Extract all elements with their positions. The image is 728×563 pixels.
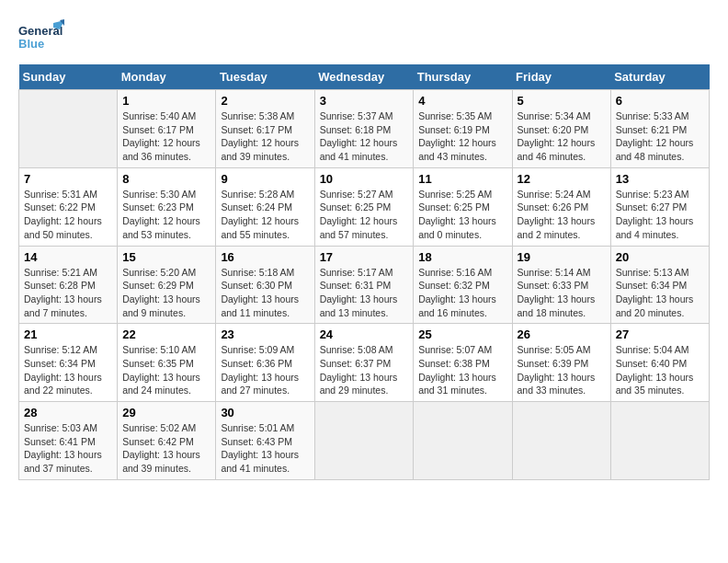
weekday-header: Sunday	[19, 64, 118, 90]
day-info: Sunrise: 5:28 AMSunset: 6:24 PMDaylight:…	[221, 188, 309, 242]
day-number: 30	[221, 406, 309, 419]
calendar-cell: 19Sunrise: 5:14 AMSunset: 6:33 PMDayligh…	[512, 246, 610, 324]
day-number: 7	[24, 172, 112, 186]
calendar-cell: 15Sunrise: 5:20 AMSunset: 6:29 PMDayligh…	[118, 246, 216, 324]
calendar-cell: 13Sunrise: 5:23 AMSunset: 6:27 PMDayligh…	[610, 167, 709, 246]
day-number: 6	[616, 94, 704, 108]
day-info: Sunrise: 5:01 AMSunset: 6:43 PMDaylight:…	[221, 421, 309, 476]
logo: General Blue	[18, 18, 64, 55]
calendar-cell: 18Sunrise: 5:16 AMSunset: 6:32 PMDayligh…	[414, 246, 512, 324]
day-number: 16	[221, 250, 309, 264]
weekday-header: Saturday	[610, 64, 709, 90]
calendar-cell: 14Sunrise: 5:21 AMSunset: 6:28 PMDayligh…	[19, 246, 118, 324]
day-number: 29	[122, 406, 210, 419]
weekday-header: Thursday	[414, 64, 512, 90]
day-info: Sunrise: 5:30 AMSunset: 6:23 PMDaylight:…	[122, 188, 210, 242]
calendar-week-row: 21Sunrise: 5:12 AMSunset: 6:34 PMDayligh…	[19, 324, 710, 402]
day-info: Sunrise: 5:13 AMSunset: 6:34 PMDaylight:…	[616, 266, 704, 320]
day-info: Sunrise: 5:08 AMSunset: 6:37 PMDaylight:…	[320, 343, 409, 397]
day-info: Sunrise: 5:04 AMSunset: 6:40 PMDaylight:…	[616, 343, 704, 397]
day-number: 5	[518, 94, 606, 108]
day-info: Sunrise: 5:17 AMSunset: 6:31 PMDaylight:…	[320, 266, 409, 320]
day-number: 26	[518, 327, 606, 341]
weekday-header: Tuesday	[216, 64, 314, 90]
weekday-header: Friday	[512, 64, 610, 90]
calendar-cell: 3Sunrise: 5:37 AMSunset: 6:18 PMDaylight…	[314, 90, 414, 168]
calendar-cell: 8Sunrise: 5:30 AMSunset: 6:23 PMDaylight…	[118, 167, 216, 246]
calendar-week-row: 28Sunrise: 5:03 AMSunset: 6:41 PMDayligh…	[19, 402, 710, 480]
day-info: Sunrise: 5:33 AMSunset: 6:21 PMDaylight:…	[616, 109, 704, 164]
calendar-cell	[512, 402, 610, 480]
calendar-cell: 30Sunrise: 5:01 AMSunset: 6:43 PMDayligh…	[216, 402, 314, 480]
day-number: 3	[320, 94, 409, 108]
calendar-cell: 22Sunrise: 5:10 AMSunset: 6:35 PMDayligh…	[118, 324, 216, 402]
day-number: 19	[518, 250, 606, 264]
day-number: 18	[418, 250, 506, 264]
calendar-cell: 9Sunrise: 5:28 AMSunset: 6:24 PMDaylight…	[216, 167, 314, 246]
day-info: Sunrise: 5:07 AMSunset: 6:38 PMDaylight:…	[418, 343, 506, 397]
page-header: General Blue	[18, 18, 710, 55]
day-number: 9	[221, 172, 309, 186]
day-number: 17	[320, 250, 409, 264]
day-info: Sunrise: 5:12 AMSunset: 6:34 PMDaylight:…	[24, 343, 112, 397]
day-info: Sunrise: 5:38 AMSunset: 6:17 PMDaylight:…	[221, 109, 309, 164]
day-info: Sunrise: 5:03 AMSunset: 6:41 PMDaylight:…	[24, 421, 112, 476]
day-number: 2	[221, 94, 309, 108]
calendar-cell: 1Sunrise: 5:40 AMSunset: 6:17 PMDaylight…	[118, 90, 216, 168]
calendar-cell: 17Sunrise: 5:17 AMSunset: 6:31 PMDayligh…	[314, 246, 414, 324]
day-number: 20	[616, 250, 704, 264]
calendar-cell: 27Sunrise: 5:04 AMSunset: 6:40 PMDayligh…	[610, 324, 709, 402]
calendar-cell: 16Sunrise: 5:18 AMSunset: 6:30 PMDayligh…	[216, 246, 314, 324]
calendar-cell	[314, 402, 414, 480]
day-number: 1	[122, 94, 210, 108]
calendar-cell: 4Sunrise: 5:35 AMSunset: 6:19 PMDaylight…	[414, 90, 512, 168]
calendar-cell: 28Sunrise: 5:03 AMSunset: 6:41 PMDayligh…	[19, 402, 118, 480]
calendar-cell: 12Sunrise: 5:24 AMSunset: 6:26 PMDayligh…	[512, 167, 610, 246]
svg-text:Blue: Blue	[18, 37, 44, 51]
weekday-header-row: SundayMondayTuesdayWednesdayThursdayFrid…	[19, 64, 710, 90]
calendar-cell: 5Sunrise: 5:34 AMSunset: 6:20 PMDaylight…	[512, 90, 610, 168]
calendar-cell: 21Sunrise: 5:12 AMSunset: 6:34 PMDayligh…	[19, 324, 118, 402]
day-number: 12	[518, 172, 606, 186]
day-number: 11	[418, 172, 506, 186]
calendar-cell: 25Sunrise: 5:07 AMSunset: 6:38 PMDayligh…	[414, 324, 512, 402]
calendar-week-row: 1Sunrise: 5:40 AMSunset: 6:17 PMDaylight…	[19, 90, 710, 168]
day-info: Sunrise: 5:20 AMSunset: 6:29 PMDaylight:…	[122, 266, 210, 320]
day-number: 4	[418, 94, 506, 108]
day-info: Sunrise: 5:05 AMSunset: 6:39 PMDaylight:…	[518, 343, 606, 397]
day-number: 25	[418, 327, 506, 341]
calendar-cell: 2Sunrise: 5:38 AMSunset: 6:17 PMDaylight…	[216, 90, 314, 168]
day-info: Sunrise: 5:14 AMSunset: 6:33 PMDaylight:…	[518, 266, 606, 320]
calendar-week-row: 7Sunrise: 5:31 AMSunset: 6:22 PMDaylight…	[19, 167, 710, 246]
day-info: Sunrise: 5:37 AMSunset: 6:18 PMDaylight:…	[320, 109, 409, 164]
weekday-header: Monday	[118, 64, 216, 90]
day-number: 28	[24, 406, 112, 419]
calendar-cell: 29Sunrise: 5:02 AMSunset: 6:42 PMDayligh…	[118, 402, 216, 480]
day-number: 27	[616, 327, 704, 341]
weekday-header: Wednesday	[314, 64, 414, 90]
day-info: Sunrise: 5:16 AMSunset: 6:32 PMDaylight:…	[418, 266, 506, 320]
calendar-cell	[414, 402, 512, 480]
calendar-cell	[610, 402, 709, 480]
day-number: 24	[320, 327, 409, 341]
day-info: Sunrise: 5:10 AMSunset: 6:35 PMDaylight:…	[122, 343, 210, 397]
day-number: 10	[320, 172, 409, 186]
day-number: 22	[122, 327, 210, 341]
day-number: 23	[221, 327, 309, 341]
day-number: 15	[122, 250, 210, 264]
calendar-table: SundayMondayTuesdayWednesdayThursdayFrid…	[18, 64, 710, 480]
calendar-week-row: 14Sunrise: 5:21 AMSunset: 6:28 PMDayligh…	[19, 246, 710, 324]
calendar-cell: 6Sunrise: 5:33 AMSunset: 6:21 PMDaylight…	[610, 90, 709, 168]
day-info: Sunrise: 5:31 AMSunset: 6:22 PMDaylight:…	[24, 188, 112, 242]
day-number: 21	[24, 327, 112, 341]
day-info: Sunrise: 5:09 AMSunset: 6:36 PMDaylight:…	[221, 343, 309, 397]
day-info: Sunrise: 5:34 AMSunset: 6:20 PMDaylight:…	[518, 109, 606, 164]
day-info: Sunrise: 5:40 AMSunset: 6:17 PMDaylight:…	[122, 109, 210, 164]
calendar-cell: 26Sunrise: 5:05 AMSunset: 6:39 PMDayligh…	[512, 324, 610, 402]
day-number: 14	[24, 250, 112, 264]
calendar-cell: 24Sunrise: 5:08 AMSunset: 6:37 PMDayligh…	[314, 324, 414, 402]
day-info: Sunrise: 5:25 AMSunset: 6:25 PMDaylight:…	[418, 188, 506, 242]
day-info: Sunrise: 5:18 AMSunset: 6:30 PMDaylight:…	[221, 266, 309, 320]
day-info: Sunrise: 5:24 AMSunset: 6:26 PMDaylight:…	[518, 188, 606, 242]
day-number: 13	[616, 172, 704, 186]
